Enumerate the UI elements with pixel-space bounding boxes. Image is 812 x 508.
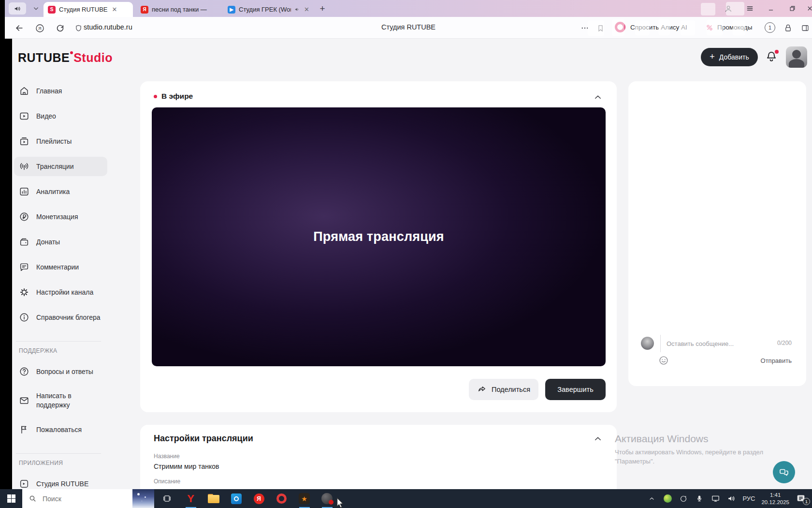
sidebar-item-label: Главная [36, 87, 101, 96]
sidebar-item-монетизация[interactable]: Монетизация [14, 207, 107, 226]
stream-settings-card: Настройки трансляции Название Стримим ми… [140, 425, 617, 489]
app-icon [19, 478, 29, 489]
browser-profile-button[interactable] [721, 0, 736, 17]
sidebar-item-видео[interactable]: Видео [14, 106, 107, 126]
new-tab-button[interactable]: + [317, 3, 328, 15]
share-button[interactable]: Поделиться [469, 379, 538, 400]
send-message-button[interactable]: Отправить [761, 357, 792, 364]
microphone-tray-icon[interactable] [695, 494, 704, 504]
sidebar-item-настройки-канала[interactable]: Настройки канала [14, 283, 107, 302]
search-highlight-image[interactable] [132, 489, 154, 508]
promocodes-button[interactable] [705, 23, 714, 32]
site-security-icon[interactable] [72, 22, 84, 34]
taskbar-folder-icon[interactable] [202, 489, 225, 508]
sidebar-item-справочник-блогера[interactable]: Справочник блогера [14, 308, 107, 327]
bookmark-icon [596, 24, 605, 32]
home-icon [19, 86, 29, 96]
tab-list-chevron-button[interactable] [30, 2, 42, 15]
notifications-button[interactable] [765, 50, 779, 64]
screen-capture-tray-icon[interactable] [679, 494, 688, 504]
tab-title: Студия ГРЕК (World [239, 6, 291, 13]
tab-close-icon[interactable]: ✕ [112, 6, 117, 13]
tab-audio-mute-button[interactable] [9, 2, 26, 15]
rutube-studio-logo[interactable]: RUTUBEStudio [18, 51, 113, 65]
sidebar-item-аналитика[interactable]: Аналитика [14, 182, 107, 201]
window-minimize-button[interactable] [764, 0, 778, 17]
window-close-button[interactable] [802, 0, 812, 17]
language-indicator[interactable]: РУС [742, 495, 755, 502]
extension-badge[interactable]: 1 [765, 22, 775, 33]
svg-text:Я: Я [38, 26, 41, 31]
sidebar-item-вопросы-и-ответы[interactable]: Вопросы и ответы [14, 362, 107, 381]
name-field-value[interactable]: Стримим мир танков [154, 463, 219, 470]
yandex-services-button[interactable]: Я [34, 22, 45, 34]
taskbar-sphere-icon[interactable] [316, 489, 338, 508]
browser-tab-1[interactable]: SСтудия RUTUBE✕ [44, 2, 133, 17]
collapse-live-card-button[interactable] [594, 93, 602, 102]
bookmark-button[interactable] [594, 22, 606, 34]
window-restore-button[interactable] [785, 0, 799, 17]
sidebar-item-label: Плейлисты [36, 137, 101, 146]
taskbar-yandex-circle-icon[interactable]: Я [247, 489, 270, 508]
hamburger-menu-icon [746, 4, 754, 13]
sidebar-toggle-button[interactable] [799, 22, 811, 34]
live-video-player[interactable]: Прямая трансляция [152, 107, 606, 366]
alice-assistant-label[interactable]: Спросить Алису AI [630, 24, 687, 31]
system-tray: РУС 1:41 20.12.2025 1 [647, 492, 812, 506]
antivirus-tray-icon[interactable] [663, 494, 672, 504]
tab-close-icon[interactable]: ✕ [304, 6, 309, 13]
action-center-button[interactable]: 1 [796, 493, 808, 504]
tray-chevron-button[interactable] [647, 494, 656, 504]
support-chat-fab[interactable] [773, 461, 795, 483]
toolbar-more-button[interactable] [579, 22, 591, 34]
chat-message-input[interactable] [660, 335, 781, 352]
sidebar-item-донаты[interactable]: Донаты [14, 232, 107, 252]
taskbar-tanks-icon[interactable]: ★ [293, 489, 316, 508]
sidebar-item-написать-в-поддержку[interactable]: Написать в поддержку [14, 387, 107, 414]
start-button[interactable] [0, 494, 22, 503]
sidebar-item-label: Вопросы и ответы [36, 367, 101, 376]
address-bar[interactable]: studio.rutube.ru [84, 23, 132, 31]
end-stream-button[interactable]: Завершить [545, 379, 606, 400]
sidebar-item-label: Монетизация [36, 212, 101, 222]
notification-dot [775, 50, 779, 54]
volume-tray-icon[interactable] [726, 494, 736, 504]
sidebar-item-студия-rutube[interactable]: Студия RUTUBE [14, 474, 107, 489]
mail-icon [19, 395, 29, 406]
browser-tab-bar: SСтудия RUTUBE✕Япесни под танки — Яндек▶… [5, 0, 812, 17]
logo-studio-text: Studio [73, 51, 113, 64]
emoji-button[interactable] [658, 355, 669, 366]
taskbar-opera-icon[interactable] [270, 489, 293, 508]
alice-assistant-button[interactable] [615, 22, 625, 32]
browser-tab-2[interactable]: Япесни под танки — Яндек [136, 2, 221, 17]
chat-panel: 0/200 Отправить [628, 81, 806, 386]
taskbar-search[interactable] [22, 489, 154, 508]
collapse-settings-card-button[interactable] [594, 434, 602, 443]
task-view-button[interactable] [154, 494, 179, 503]
network-tray-icon[interactable] [710, 494, 720, 504]
browser-menu-button[interactable] [742, 0, 757, 17]
promocodes-label[interactable]: Промокоды [717, 24, 752, 31]
sidebar-item-трансляции[interactable]: Трансляции [14, 157, 107, 176]
search-input[interactable] [42, 494, 114, 503]
taskbar-outlook-icon[interactable] [225, 489, 247, 508]
question-icon [19, 366, 29, 377]
sidebar-item-комментарии[interactable]: Комментарии [14, 257, 107, 277]
taskbar-yandex-browser-icon[interactable]: Y [179, 489, 202, 508]
refresh-button[interactable] [54, 22, 66, 34]
chevron-up-icon [594, 93, 602, 102]
plus-icon: + [710, 52, 715, 62]
user-icon [724, 4, 733, 13]
taskbar-clock[interactable]: 1:41 20.12.2025 [761, 492, 789, 506]
protect-button[interactable] [782, 22, 794, 34]
sidebar-item-пожаловаться[interactable]: Пожаловаться [14, 420, 107, 439]
sidebar-item-главная[interactable]: Главная [14, 81, 107, 101]
sidebar-item-плейлисты[interactable]: Плейлисты [14, 132, 107, 151]
add-button[interactable]: + Добавить [701, 48, 758, 66]
speaker-icon [14, 5, 21, 13]
windows-activation-watermark: Активация Windows Чтобы активировать Win… [615, 433, 808, 466]
browser-tab-3[interactable]: ▶Студия ГРЕК (World✕ [223, 2, 314, 17]
microphone-icon [696, 495, 703, 503]
avatar[interactable] [786, 46, 807, 68]
back-button[interactable] [14, 22, 25, 34]
